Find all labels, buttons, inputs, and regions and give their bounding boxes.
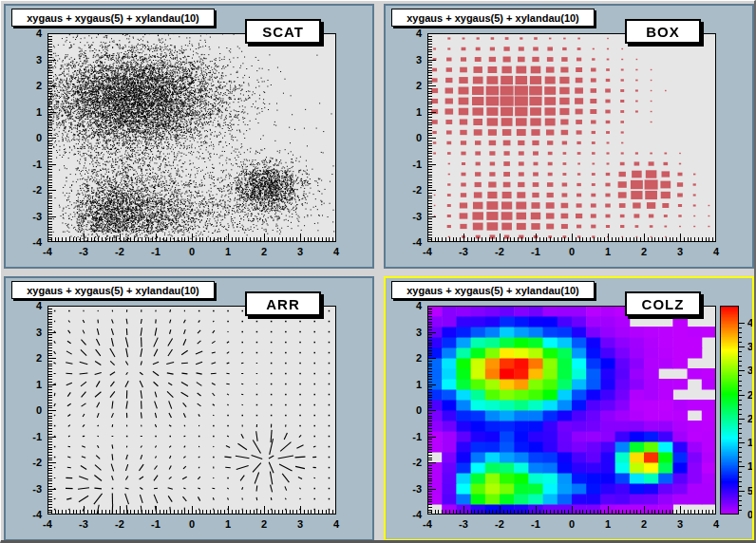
palette-tick-label: 100 <box>747 460 754 472</box>
palette-tick-label: 50 <box>747 485 754 496</box>
box-plot-canvas[interactable] <box>427 33 716 242</box>
y-tick-label: -3 <box>395 211 422 222</box>
x-tick-label: 4 <box>325 246 348 257</box>
y-tick-label: -3 <box>15 483 42 495</box>
x-tick-label: 4 <box>705 518 728 530</box>
x-tick-label: 1 <box>217 246 239 257</box>
x-tick-label: 3 <box>669 518 691 530</box>
x-tick-label: 3 <box>289 246 312 257</box>
y-tick-label: 2 <box>395 80 422 91</box>
y-tick-label: -1 <box>395 431 422 442</box>
y-tick-label: 4 <box>395 300 422 311</box>
histogram-title-box[interactable]: xygaus + xygaus(5) + xylandau(10) <box>11 9 215 27</box>
plot-frame-arr <box>47 306 336 515</box>
histogram-title: xygaus + xygaus(5) + xylandau(10) <box>27 12 199 24</box>
pad-box[interactable]: xygaus + xygaus(5) + xylandau(10) BOX -4… <box>384 4 754 269</box>
x-tick-label: -3 <box>452 518 475 530</box>
pad-scat[interactable]: xygaus + xygaus(5) + xylandau(10) SCAT -… <box>4 4 374 269</box>
x-tick-label: -3 <box>72 518 95 530</box>
x-tick-label: 3 <box>289 518 312 530</box>
y-tick-label: -3 <box>15 211 42 222</box>
y-tick-label: -4 <box>15 509 42 520</box>
y-tick-label: -4 <box>15 236 42 248</box>
x-tick-label: 1 <box>596 246 619 257</box>
y-tick-label: 2 <box>395 352 422 364</box>
arr-plot-canvas[interactable] <box>47 306 336 515</box>
y-tick-label: -1 <box>15 431 42 442</box>
x-tick-label: -2 <box>488 518 511 530</box>
palette-tick-label: 300 <box>747 365 754 376</box>
histogram-title: xygaus + xygaus(5) + xylandau(10) <box>406 12 579 24</box>
plot-frame-box <box>427 33 716 242</box>
y-tick-label: 4 <box>15 28 42 39</box>
y-tick-label: -2 <box>395 457 422 468</box>
palette-tick-label: 400 <box>747 317 754 328</box>
draw-option-label-arr[interactable]: ARR <box>245 291 321 316</box>
y-tick-label: 0 <box>15 132 42 143</box>
y-tick-label: -3 <box>395 483 422 495</box>
draw-option-text: BOX <box>646 24 680 40</box>
scat-plot-canvas[interactable] <box>47 33 336 242</box>
y-tick-label: -2 <box>395 184 422 196</box>
x-tick-label: 0 <box>180 518 203 530</box>
y-tick-label: -1 <box>15 159 42 170</box>
pad-colz[interactable]: xygaus + xygaus(5) + xylandau(10) COLZ -… <box>384 276 754 541</box>
y-tick-label: 4 <box>395 28 422 39</box>
y-tick-label: 3 <box>15 327 42 338</box>
y-tick-label: 1 <box>395 379 422 390</box>
y-tick-label: 1 <box>395 106 422 118</box>
plot-frame-colz <box>427 306 716 515</box>
y-tick-label: 3 <box>395 327 422 338</box>
x-tick-label: 2 <box>253 246 275 257</box>
y-tick-label: 3 <box>395 54 422 66</box>
root-canvas-window: xygaus + xygaus(5) + xylandau(10) SCAT -… <box>0 0 756 543</box>
palette-tick-label: 200 <box>747 413 754 424</box>
y-tick-label: 0 <box>395 132 422 143</box>
x-tick-label: 0 <box>560 246 583 257</box>
x-tick-label: 0 <box>560 518 583 530</box>
colz-plot-canvas[interactable] <box>427 306 716 515</box>
x-tick-label: -1 <box>524 246 547 257</box>
x-tick-label: 2 <box>633 246 655 257</box>
draw-option-text: ARR <box>266 296 300 312</box>
draw-option-text: COLZ <box>642 296 685 312</box>
y-tick-label: -2 <box>15 457 42 468</box>
y-tick-label: -4 <box>395 236 422 248</box>
palette-tick-label: 150 <box>747 437 754 448</box>
draw-option-label-scat[interactable]: SCAT <box>245 19 321 44</box>
histogram-title: xygaus + xygaus(5) + xylandau(10) <box>27 285 199 296</box>
y-tick-label: 4 <box>15 300 42 311</box>
y-tick-label: -1 <box>395 159 422 170</box>
histogram-title-box[interactable]: xygaus + xygaus(5) + xylandau(10) <box>391 281 595 299</box>
y-tick-label: 1 <box>15 379 42 390</box>
draw-option-label-box[interactable]: BOX <box>625 19 701 44</box>
x-tick-label: 1 <box>596 518 619 530</box>
x-tick-label: -2 <box>108 246 131 257</box>
x-tick-label: 2 <box>633 518 655 530</box>
x-tick-label: 4 <box>325 518 348 530</box>
x-tick-label: -1 <box>524 518 547 530</box>
histogram-title-box[interactable]: xygaus + xygaus(5) + xylandau(10) <box>391 9 595 27</box>
y-tick-label: 1 <box>15 106 42 118</box>
x-tick-label: -2 <box>108 518 131 530</box>
x-tick-label: -1 <box>144 246 167 257</box>
x-tick-label: -3 <box>452 246 475 257</box>
x-tick-label: 1 <box>217 518 239 530</box>
x-tick-label: 0 <box>180 246 203 257</box>
plot-frame-scat <box>47 33 336 242</box>
x-tick-label: -2 <box>488 246 511 257</box>
color-palette-bar[interactable] <box>720 306 746 515</box>
y-tick-label: 3 <box>15 54 42 66</box>
pad-arr[interactable]: xygaus + xygaus(5) + xylandau(10) ARR -4… <box>4 276 374 541</box>
y-tick-label: 0 <box>395 404 422 416</box>
y-tick-label: 2 <box>15 352 42 364</box>
palette-tick-label: 250 <box>747 389 754 401</box>
x-tick-label: 2 <box>253 518 275 530</box>
draw-option-label-colz[interactable]: COLZ <box>625 291 701 316</box>
x-tick-label: -3 <box>72 246 95 257</box>
x-tick-label: -1 <box>144 518 167 530</box>
histogram-title: xygaus + xygaus(5) + xylandau(10) <box>406 285 579 296</box>
y-tick-label: 2 <box>15 80 42 91</box>
palette-tick-label: 350 <box>747 341 754 352</box>
histogram-title-box[interactable]: xygaus + xygaus(5) + xylandau(10) <box>11 281 215 299</box>
